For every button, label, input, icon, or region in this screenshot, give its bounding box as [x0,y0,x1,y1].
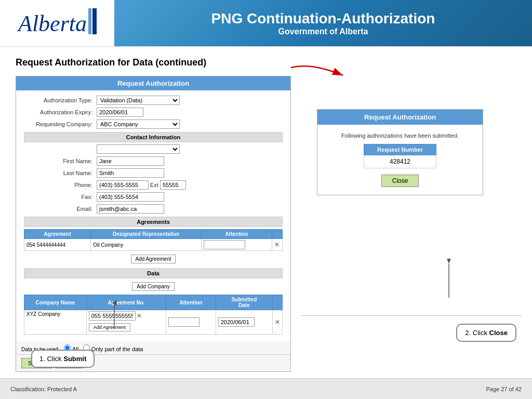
request-number-col: Request Number [364,144,436,155]
request-number-table: Request Number 428412 [364,144,436,168]
confirm-text: Following authorizations have been submi… [328,132,472,139]
auth-type-row: Authorization Type: Validation (Data) [24,96,283,105]
partial-label: Only part of the data [91,346,143,352]
auth-expiry-row: Authorization Expiry: [24,108,283,117]
step2-callout: 2. Click Close [456,324,516,342]
title-area: PNG Continuation-Authorization Governmen… [114,0,532,46]
email-label: Email: [24,206,97,212]
data-delete-icon[interactable]: ✕ [275,318,280,326]
phone-row: Phone: Ext [24,180,283,190]
fax-input[interactable] [97,192,164,202]
company-name-col: Company Name [24,295,87,310]
agreement-no-cell: ✕ Add Agreement [86,310,166,335]
attention-input[interactable] [204,240,245,249]
left-panel: Request Authorization for Data (continue… [16,57,291,368]
agreement-no-col: Agreement No. [86,295,166,310]
page-info: Page 27 of 42 [486,386,522,392]
main-title: PNG Continuation-Authorization [211,10,435,27]
auth-type-select[interactable]: Validation (Data) [97,96,180,105]
attention-col: Attention [166,295,216,310]
auth-expiry-input[interactable] [97,108,143,117]
email-input[interactable] [97,204,164,214]
contact-select[interactable] [97,144,180,154]
step2-text: 2. Click [465,329,489,337]
table-row: XYZ Company ✕ Add Agreement [24,310,283,335]
last-name-input[interactable] [97,168,164,178]
step1-callout: 1. Click Submit [31,350,95,368]
close-confirm-button[interactable]: Close [381,175,419,187]
step2-bold: Close [489,329,508,337]
attention-data-input[interactable] [168,317,200,327]
svg-rect-2 [88,8,91,34]
red-arrow [286,60,353,86]
logo: Alberta [16,4,99,43]
auth-type-label: Authorization Type: [24,97,97,103]
add-company-button[interactable]: Add Company [132,282,174,291]
footer: Classification: Protected A Page 27 of 4… [0,378,532,399]
step1-arrow [107,300,122,331]
email-row: Email: [24,204,283,214]
step2-arrow [428,259,459,300]
contact-section-header: Contact Information [24,132,283,142]
phone-input[interactable] [97,180,149,190]
data-delete-cell: ✕ [273,310,283,335]
confirm-body: Following authorizations have been submi… [317,125,483,195]
ext-input[interactable] [160,180,186,190]
company-name-cell: XYZ Company [24,310,87,335]
last-name-label: Last Name: [24,170,97,176]
first-name-row: First Name: [24,156,283,166]
svg-rect-1 [92,8,97,34]
fax-label: Fax: [24,194,97,200]
add-agreement-button[interactable]: Add Agreement [131,255,176,263]
designated-rep-col-header: Designated Representative [91,230,202,239]
submitted-date-input[interactable] [218,317,255,327]
step1-text: 1. Click [39,355,63,363]
submitted-date-col: SubmittedDate [216,295,272,310]
divider-line [301,315,522,316]
sub-title: Government of Alberta [278,27,368,36]
delete-icon[interactable]: ✕ [274,241,280,248]
contact-dropdown-row [24,144,283,154]
rep-cell: Oil Company [91,239,202,251]
fax-row: Fax: [24,192,283,202]
table-row: 428412 [364,155,436,168]
right-panel: Request Authorization Following authoriz… [301,57,516,368]
first-name-label: First Name: [24,158,97,164]
attention-cell [202,239,272,251]
classification: Classification: Protected A [10,386,77,392]
last-name-row: Last Name: [24,168,283,178]
data-section-header: Data [24,268,283,278]
agreements-table: Agreement Designated Representative Atte… [24,229,283,251]
logo-area: Alberta [0,0,114,46]
step1-bold: Submit [63,355,86,363]
table-row: 054 5444444444 Oil Company ✕ [24,239,283,251]
data-table: Company Name Agreement No. Attention Sub… [24,295,283,335]
form-panel-header: Request Authorization [16,76,290,90]
attention-col-header: Attention [202,230,272,239]
confirm-header: Request Authorization [317,110,483,125]
main-content: Request Authorization for Data (continue… [0,47,532,378]
auth-expiry-label: Authorization Expiry: [24,109,97,115]
confirm-box: Request Authorization Following authoriz… [317,109,483,195]
attention-data-cell [166,310,216,335]
agreement-cell: 054 5444444444 [24,239,91,251]
agreements-section-header: Agreements [24,217,283,227]
inner-delete-icon[interactable]: ✕ [137,312,142,320]
first-name-input[interactable] [97,156,164,166]
requesting-company-label: Requesting Company: [24,121,97,127]
request-number-cell: 428412 [364,155,436,168]
submitted-date-cell [216,310,272,335]
header: Alberta PNG Continuation-Authorization G… [0,0,532,47]
phone-label: Phone: [24,182,97,188]
form-panel: Request Authorization Authorization Type… [16,76,291,372]
delete-cell: ✕ [272,239,283,251]
requesting-company-row: Requesting Company: ABC Company [24,119,283,129]
svg-text:Alberta: Alberta [17,11,87,36]
form-body: Authorization Type: Validation (Data) Au… [16,90,290,342]
requesting-company-select[interactable]: ABC Company [97,119,180,129]
agreement-col-header: Agreement [24,230,91,239]
ext-label: Ext [150,182,158,188]
page-heading: Request Authorization for Data (continue… [16,57,291,68]
